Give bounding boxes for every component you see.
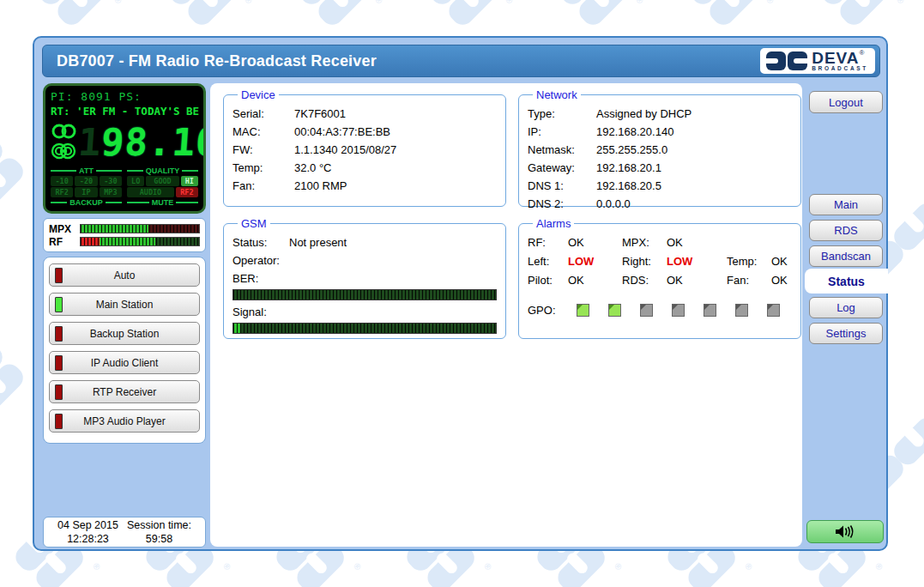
network-dns2-row: DNS 2:0.0.0.0 [528,195,792,213]
gsm-signal-label: Signal: [233,303,497,321]
listen-audio-button[interactable] [806,520,884,543]
deva-watermark-icon: ® [163,0,242,32]
alarm-left: Left:LOW [528,252,622,271]
mute-rf2-indicator: RF2 [176,187,198,197]
deva-broadcast-logo: DEVA® BROADCAST [760,48,875,74]
tab-bandscan[interactable]: Bandscan [809,245,883,267]
lcd-indicators: ATT -10 -20 -30 RF2 IP MP3 BACKUP QUALIT… [51,166,198,207]
rds-radiotext-line: RT: 'ER FM - TODAY'S BE [51,105,198,118]
main-station-led [55,297,63,312]
alarm-temp: Temp:OK [727,252,792,271]
status-content-panel: Device Serial:7K7F6001 MAC:00:04:A3:77:B… [210,83,802,547]
mp3-audio-player-button[interactable]: MP3 Audio Player [49,409,200,433]
device-fan-row: Fan:2100 RMP [233,177,497,195]
device-serial-row: Serial:7K7F6001 [233,105,497,123]
rtp-receiver-button[interactable]: RTP Receiver [49,380,200,403]
app-window: DB7007 - FM Radio Re-Broadcast Receiver … [33,36,888,551]
tab-log[interactable]: Log [809,297,883,318]
stereo-lock-icon [51,142,78,160]
att-30-indicator: -30 [100,176,122,186]
level-meters: MPX RF [43,218,206,252]
quality-group-label: QUALITY [127,166,198,175]
alarms-panel-legend: Alarms [533,217,574,230]
alarm-rds: RDS:OK [622,271,727,290]
gsm-status-row: Status:Not present [233,233,497,251]
logo-deva-text: DEVA [812,49,859,67]
network-gateway-row: Gateway:192.168.20.1 [528,159,792,177]
device-temp-row: Temp:32.0 °C [233,159,497,177]
att-20-indicator: -20 [75,176,97,186]
quality-good-indicator: GOOD [146,176,178,186]
gsm-panel: GSM Status:Not present Operator: BER: Si… [223,217,506,339]
gsm-operator-row: Operator: [233,251,497,269]
alarm-fan: Fan:OK [727,271,792,290]
backup-rf2-indicator: RF2 [51,187,73,197]
quality-lo-indicator: LO [127,176,144,186]
network-netmask-row: Netmask:255.255.255.0 [528,141,792,159]
station-buttons-panel: Auto Main Station Backup Station IP Audi… [43,257,206,444]
tab-settings[interactable]: Settings [809,323,883,344]
frequency-ghost-digit: 1 [76,120,102,164]
speaker-icon [835,524,855,539]
registered-mark: ® [860,49,865,57]
ip-audio-client-button[interactable]: IP Audio Client [49,351,200,374]
gsm-signal-bar [233,323,497,334]
logout-button[interactable]: Logout [809,91,883,113]
deva-watermark-icon: ® [0,133,30,212]
backup-station-led [55,326,63,342]
mp3-audio-player-led [55,414,63,429]
deva-watermark-icon: ® [815,0,894,32]
deva-watermark-icon: ® [685,0,764,32]
network-ip-row: IP:192.168.20.140 [528,123,792,141]
alarm-empty [727,233,792,252]
main-station-button[interactable]: Main Station [49,293,200,316]
auto-button[interactable]: Auto [49,263,200,287]
time-text: 12:28:23 [57,532,118,546]
date-text: 04 Sep 2015 [57,518,118,532]
logo-broadcast-text: BROADCAST [812,66,868,72]
rtp-receiver-led [55,384,63,400]
deva-watermark-icon: ® [0,339,30,418]
alarm-rf: RF:OK [528,233,622,252]
session-time-value: 59:58 [127,532,191,546]
clock-panel: 04 Sep 2015 12:28:23 Session time: 59:58 [43,517,206,548]
mute-group-label: MUTE [127,198,198,207]
network-panel: Network Type:Assigned by DHCP IP:192.168… [518,88,801,207]
session-time-label: Session time: [127,518,191,532]
auto-led [55,268,63,283]
deva-watermark-icon: ® [293,0,372,32]
network-type-row: Type:Assigned by DHCP [528,105,792,123]
frequency-readout: 98.10 [100,120,206,164]
rf-meter-bar [80,237,200,246]
gpo-indicator-1 [577,304,589,317]
alarm-right: Right:LOW [622,252,727,271]
rf-meter-label: RF [49,236,80,248]
ip-audio-client-led [55,355,63,371]
gpo-indicator-7 [767,304,780,317]
device-fw-row: FW:1.1.1340 2015/08/27 [233,141,497,159]
mute-audio-indicator: AUDIO [127,187,174,197]
header-bar: DB7007 - FM Radio Re-Broadcast Receiver … [42,45,880,77]
gpo-indicator-6 [735,304,748,317]
page-title: DB7007 - FM Radio Re-Broadcast Receiver [43,52,760,70]
gpo-indicator-3 [640,304,653,317]
tab-rds[interactable]: RDS [809,220,883,241]
device-panel-legend: Device [238,88,279,101]
tab-main[interactable]: Main [809,194,883,215]
backup-station-button[interactable]: Backup Station [49,322,200,345]
alarms-panel: Alarms RF:OK MPX:OK Left:LOW Right:LOW T… [518,217,801,339]
alarm-mpx: MPX:OK [622,233,727,252]
backup-mp3-indicator: MP3 [100,187,122,197]
alarm-pilot: Pilot:OK [528,271,622,290]
gpo-indicator-4 [672,304,685,317]
deva-watermark-icon: ® [424,0,503,32]
backup-ip-indicator: IP [75,187,97,197]
stereo-icon [51,123,78,140]
gpo-label: GPO: [528,304,567,317]
tab-status[interactable]: Status [805,269,888,294]
deva-watermark-icon: ® [33,0,112,32]
deva-watermark-icon: ® [554,0,633,32]
page: ®®®®®®®®®®®®®®®®®® DB7007 - FM Radio Re-… [0,0,924,587]
backup-group-label: BACKUP [51,198,122,207]
gpo-indicator-2 [608,304,621,317]
